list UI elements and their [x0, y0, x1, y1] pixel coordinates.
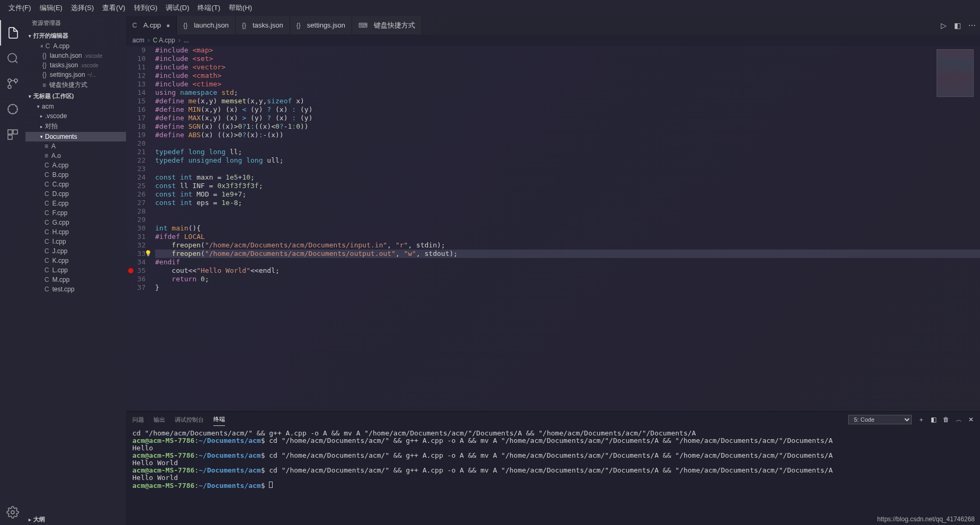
- line-number[interactable]: 35: [126, 266, 146, 275]
- code-line[interactable]: #define MIN(x,y) (x) < (y) ? (x) : (y): [155, 105, 980, 114]
- close-icon[interactable]: ×: [40, 43, 43, 49]
- code-line[interactable]: #include <cmath>: [155, 72, 980, 80]
- line-number[interactable]: 23: [126, 165, 146, 173]
- file-item[interactable]: CB.cpp: [25, 170, 126, 180]
- menu-item[interactable]: 终端(T): [193, 1, 224, 15]
- line-number[interactable]: 26: [126, 190, 146, 199]
- line-number[interactable]: 10: [126, 55, 146, 63]
- open-editor-item[interactable]: ≡键盘快捷方式: [25, 79, 126, 91]
- code-line[interactable]: const int MOD = 1e9+7;: [155, 190, 980, 199]
- panel-tab[interactable]: 问题: [132, 414, 144, 426]
- terminal[interactable]: cd "/home/acm/Documents/acm/" && g++ A.c…: [126, 428, 980, 525]
- run-icon[interactable]: ▷: [941, 21, 947, 30]
- panel-tab[interactable]: 终端: [213, 413, 225, 426]
- code-line[interactable]: typedef unsigned long long ull;: [155, 156, 980, 165]
- code-line[interactable]: #define me(x,y) memset(x,y,sizeof x): [155, 97, 980, 105]
- code-line[interactable]: freopen("/home/acm/Documents/acm/Documen…: [155, 250, 980, 258]
- line-number[interactable]: 19: [126, 131, 146, 139]
- open-editor-item[interactable]: {}settings.json~/...: [25, 70, 126, 79]
- workspace-header[interactable]: ▾ 无标题 (工作区): [25, 91, 126, 102]
- file-item[interactable]: CA.cpp: [25, 161, 126, 170]
- breakpoint-icon[interactable]: [128, 268, 133, 273]
- code-line[interactable]: [155, 165, 980, 173]
- code-line[interactable]: #endif: [155, 258, 980, 266]
- line-number[interactable]: 9: [126, 46, 146, 55]
- extensions-icon[interactable]: [0, 122, 25, 147]
- close-panel-icon[interactable]: ✕: [968, 416, 974, 423]
- folder-item[interactable]: ▾acm: [25, 102, 126, 111]
- code-line[interactable]: using namespace std;: [155, 88, 980, 97]
- search-icon[interactable]: [0, 46, 25, 71]
- menu-item[interactable]: 帮助(H): [224, 1, 256, 15]
- panel-tab[interactable]: 输出: [154, 414, 165, 426]
- line-number[interactable]: 15: [126, 97, 146, 105]
- code-line[interactable]: const int eps = 1e-8;: [155, 199, 980, 207]
- code-line[interactable]: #define SGN(x) ((x)>0?1:((x)<0?-1:0)): [155, 122, 980, 131]
- settings-gear-icon[interactable]: [0, 500, 25, 525]
- source-control-icon[interactable]: [0, 71, 25, 96]
- file-item[interactable]: ≡A: [25, 141, 126, 151]
- file-item[interactable]: ≡A.o: [25, 151, 126, 161]
- panel-tab[interactable]: 调试控制台: [175, 414, 204, 426]
- more-icon[interactable]: ⋯: [968, 21, 976, 30]
- code-line[interactable]: }: [155, 283, 980, 292]
- editor-tab[interactable]: {}launch.json: [177, 16, 236, 34]
- menu-item[interactable]: 编辑(E): [35, 1, 67, 15]
- open-editor-item[interactable]: ×CA.cpp: [25, 41, 126, 51]
- line-number[interactable]: 17: [126, 114, 146, 122]
- code-line[interactable]: [155, 207, 980, 216]
- trash-icon[interactable]: 🗑: [943, 416, 949, 423]
- line-number[interactable]: 28: [126, 207, 146, 216]
- code-line[interactable]: #include <vector>: [155, 63, 980, 72]
- folder-item[interactable]: ▸对拍: [25, 121, 126, 132]
- explorer-icon[interactable]: [0, 20, 25, 46]
- code-line[interactable]: return 0;: [155, 275, 980, 283]
- outline-header[interactable]: ▸ 大纲: [25, 514, 126, 525]
- menu-item[interactable]: 调试(D): [161, 1, 193, 15]
- line-number[interactable]: 29: [126, 216, 146, 224]
- file-item[interactable]: CG.cpp: [25, 218, 126, 227]
- breadcrumb[interactable]: acm›C A.cpp›...: [126, 34, 980, 46]
- open-editor-item[interactable]: {}launch.json.vscode: [25, 51, 126, 60]
- lightbulb-icon[interactable]: 💡: [145, 250, 152, 258]
- menu-item[interactable]: 选择(S): [67, 1, 98, 15]
- line-number[interactable]: 13: [126, 80, 146, 88]
- code-line[interactable]: const ll INF = 0x3f3f3f3f;: [155, 182, 980, 190]
- menu-item[interactable]: 查看(V): [98, 1, 129, 15]
- line-number[interactable]: 21: [126, 148, 146, 156]
- menu-item[interactable]: 转到(G): [130, 1, 162, 15]
- code-line[interactable]: #ifdef LOCAL: [155, 233, 980, 241]
- editor-tab[interactable]: {}tasks.json: [236, 16, 290, 34]
- chevron-up-icon[interactable]: ︿: [956, 415, 962, 424]
- code-line[interactable]: freopen("/home/acm/Documents/acm/Documen…: [155, 241, 980, 250]
- editor-tab[interactable]: {}settings.json: [290, 16, 352, 34]
- code-line[interactable]: typedef long long ll;: [155, 148, 980, 156]
- line-number[interactable]: 25: [126, 182, 146, 190]
- file-item[interactable]: CE.cpp: [25, 199, 126, 208]
- line-number[interactable]: 34: [126, 258, 146, 266]
- file-item[interactable]: CM.cpp: [25, 275, 126, 284]
- code-line[interactable]: #define MAX(x,y) (x) > (y) ? (x) : (y): [155, 114, 980, 122]
- file-item[interactable]: CD.cpp: [25, 189, 126, 199]
- line-number[interactable]: 37: [126, 283, 146, 292]
- breadcrumb-segment[interactable]: acm: [132, 37, 145, 44]
- folder-item[interactable]: ▸.vscode: [25, 111, 126, 121]
- open-editors-header[interactable]: ▾ 打开的编辑器: [25, 30, 126, 41]
- split-editor-icon[interactable]: ◧: [954, 21, 961, 30]
- file-item[interactable]: CJ.cpp: [25, 246, 126, 256]
- breadcrumb-segment[interactable]: C A.cpp: [153, 37, 175, 44]
- editor-tab[interactable]: ⌨键盘快捷方式: [352, 16, 422, 34]
- file-item[interactable]: CC.cpp: [25, 180, 126, 189]
- file-item[interactable]: CF.cpp: [25, 208, 126, 218]
- new-terminal-icon[interactable]: ＋: [918, 415, 924, 424]
- code-line[interactable]: [155, 139, 980, 148]
- debug-icon[interactable]: [0, 96, 25, 122]
- line-number[interactable]: 18: [126, 122, 146, 131]
- line-number[interactable]: 31: [126, 233, 146, 241]
- code-line[interactable]: int main(){: [155, 224, 980, 233]
- editor-tab[interactable]: CA.cpp●: [126, 16, 177, 34]
- minimap[interactable]: [937, 49, 974, 97]
- line-number[interactable]: 27: [126, 199, 146, 207]
- code-line[interactable]: const int maxn = 1e5+10;: [155, 173, 980, 182]
- line-number[interactable]: 30: [126, 224, 146, 233]
